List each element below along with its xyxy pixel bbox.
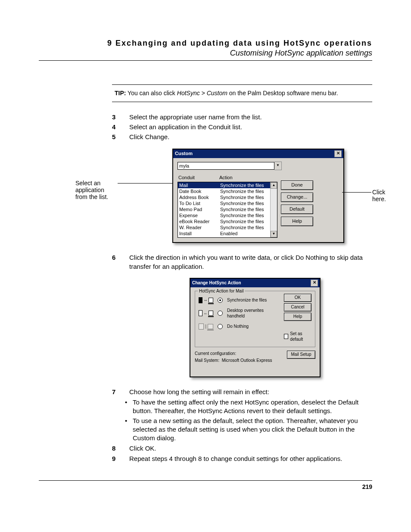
desktop-overwrites-icon: ←	[199, 310, 213, 316]
footer-rule	[39, 480, 372, 481]
header-rule	[39, 60, 372, 61]
set-default-checkbox[interactable]	[284, 334, 288, 339]
step-text: Click OK.	[129, 444, 372, 453]
radio-synchronize[interactable]	[218, 298, 223, 303]
list-item[interactable]: Date BookSynchronize the files	[178, 188, 277, 194]
list-item[interactable]: MailSynchronize the files	[178, 182, 277, 188]
list-item[interactable]: InstallEnabled	[178, 230, 277, 236]
change-button[interactable]: Change...	[281, 193, 313, 202]
scroll-down-icon[interactable]: ▼	[271, 231, 277, 237]
list-item[interactable]: W. ReaderSynchronize the files	[178, 224, 277, 230]
tip-text-prefix: You can also click	[128, 90, 177, 96]
dialog-titlebar[interactable]: Change HotSync Action ✕	[190, 279, 320, 287]
list-item[interactable]: Address BookSynchronize the files	[178, 194, 277, 200]
step-text: Click Change.	[129, 133, 372, 141]
step-num: 7	[112, 388, 129, 396]
radio-label: Synchronize the files	[227, 297, 267, 303]
step-num: 3	[112, 113, 129, 121]
fieldset-legend: HotSync Action for Mail	[198, 288, 245, 294]
tip-menu-path: HotSync > Custom	[177, 90, 227, 96]
tip-box: TIP: You can also click HotSync > Custom…	[112, 84, 372, 102]
step-text: Choose how long the setting will remain …	[129, 388, 372, 396]
default-button[interactable]: Default	[281, 205, 313, 214]
list-item[interactable]: Install Service TemplatesEnabled	[178, 236, 277, 238]
step-num: 8	[112, 444, 129, 453]
radio-row-synchronize[interactable]: ↔ Synchronize the files	[199, 297, 280, 303]
radio-do-nothing[interactable]	[218, 324, 223, 329]
radio-row-do-nothing[interactable]: ‖ Do Nothing	[199, 324, 280, 330]
current-configuration-label: Current configuration:	[195, 351, 272, 357]
list-item[interactable]: Memo PadSynchronize the files	[178, 206, 277, 212]
list-item[interactable]: ExpenseSynchronize the files	[178, 212, 277, 218]
ok-button[interactable]: OK	[284, 294, 311, 302]
radio-label: Desktop overwrites handheld	[227, 308, 280, 319]
conduit-listbox[interactable]: MailSynchronize the filesDate BookSynchr…	[177, 182, 277, 238]
list-item[interactable]: eBook ReaderSynchronize the files	[178, 218, 277, 224]
step-num: 5	[112, 133, 129, 141]
set-default-checkbox-row[interactable]: Set as default	[284, 331, 311, 342]
mail-setup-button[interactable]: Mail Setup	[287, 351, 315, 359]
step-num: 4	[112, 123, 129, 131]
hotsync-action-fieldset: HotSync Action for Mail ↔ Synchronize th…	[195, 291, 315, 347]
dialog-title: Change HotSync Action	[192, 280, 241, 286]
radio-label: Do Nothing	[227, 324, 249, 330]
column-header-action: Action	[219, 174, 233, 181]
step-text: Select an application in the Conduit lis…	[129, 123, 372, 131]
custom-dialog-figure: Select an application from the list. Cus…	[112, 149, 372, 243]
radio-desktop-overwrites[interactable]	[218, 311, 223, 316]
radio-row-desktop-overwrites[interactable]: ← Desktop overwrites handheld	[199, 308, 280, 319]
change-hotsync-dialog: Change HotSync Action ✕ HotSync Action f…	[190, 278, 321, 377]
callout-select-application: Select an application from the list.	[75, 180, 116, 200]
dialog-title: Custom	[175, 150, 193, 157]
chapter-title: 9 Exchanging and updating data using Hot…	[39, 39, 372, 48]
do-nothing-icon: ‖	[199, 324, 213, 330]
mail-system-value: Microsoft Outlook Express	[222, 358, 272, 363]
bullet-text: To use a new setting as the default, sel…	[133, 417, 372, 443]
step-text: Repeat steps 4 through 8 to change condu…	[129, 454, 372, 463]
help-button[interactable]: Help	[281, 217, 313, 226]
step-text: Click the direction in which you want to…	[129, 253, 372, 271]
custom-dialog: Custom ✕ ▼ Conduit Action	[172, 149, 344, 243]
step-num: 6	[112, 253, 129, 271]
step-num: 9	[112, 454, 129, 463]
column-header-conduit: Conduit	[178, 174, 219, 181]
cancel-button[interactable]: Cancel	[284, 303, 311, 311]
tip-label: TIP:	[115, 90, 126, 96]
section-title: Customising HotSync application settings	[39, 49, 372, 58]
bullet-text: To have the setting affect only the next…	[133, 398, 372, 416]
dialog-titlebar[interactable]: Custom ✕	[173, 149, 343, 158]
tip-text-suffix: on the Palm Desktop software menu bar.	[227, 90, 338, 96]
step-text: Select the appropriate user name from th…	[129, 113, 372, 121]
page-header: 9 Exchanging and updating data using Hot…	[39, 39, 372, 58]
username-dropdown[interactable]	[177, 162, 274, 170]
set-default-label: Set as default	[290, 331, 311, 342]
help-button[interactable]: Help	[284, 313, 311, 321]
list-item[interactable]: To Do ListSynchronize the files	[178, 200, 277, 206]
callout-click-here: Click here.	[372, 189, 396, 202]
dropdown-arrow-icon[interactable]: ▼	[274, 162, 282, 170]
close-icon[interactable]: ✕	[311, 280, 318, 286]
scrollbar[interactable]: ▲ ▼	[270, 182, 277, 237]
mail-system-key: Mail System:	[195, 358, 221, 364]
sync-both-icon: ↔	[199, 297, 213, 303]
close-icon[interactable]: ✕	[334, 150, 342, 157]
done-button[interactable]: Done	[281, 180, 313, 190]
scroll-up-icon[interactable]: ▲	[271, 182, 277, 189]
page-number: 219	[39, 483, 372, 490]
